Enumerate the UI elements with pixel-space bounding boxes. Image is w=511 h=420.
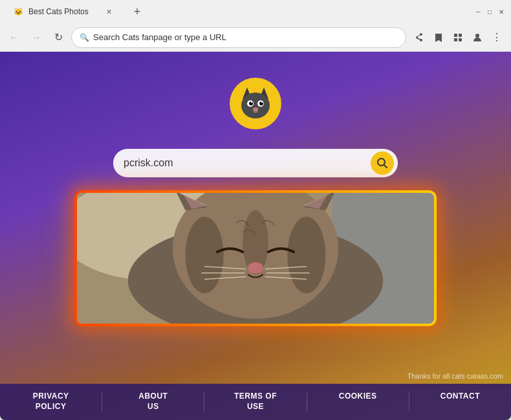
- search-area: [113, 149, 398, 177]
- nav-bar: ← → ↻ 🔍 Search Cats fanpage or type a UR…: [0, 23, 511, 52]
- window-controls: ─ □ ✕: [473, 7, 506, 16]
- search-box: [113, 149, 398, 177]
- nav-actions: ⋮: [410, 28, 506, 47]
- footer-attribution: Thanks for all cats cataas.com: [407, 372, 503, 380]
- svg-point-4: [475, 34, 479, 38]
- reload-button[interactable]: ↻: [49, 28, 67, 47]
- svg-point-23: [186, 217, 224, 293]
- minimize-button[interactable]: ─: [473, 7, 483, 16]
- page-content: CAT: [0, 52, 511, 420]
- svg-point-11: [249, 102, 253, 105]
- svg-point-14: [261, 102, 263, 103]
- tab-close-button[interactable]: ✕: [103, 6, 114, 17]
- svg-rect-0: [454, 34, 457, 37]
- svg-point-8: [241, 93, 270, 118]
- svg-point-15: [253, 107, 258, 111]
- svg-point-24: [287, 217, 325, 293]
- tab-title: Best Cats Photos: [28, 7, 98, 16]
- svg-point-12: [259, 102, 263, 105]
- browser-window: 🐱 Best Cats Photos ✕ + ─ □ ✕ ← → ↻ 🔍 Sea…: [0, 0, 511, 420]
- page-background: CAT: [0, 52, 511, 420]
- tab-favicon: 🐱: [13, 6, 23, 17]
- search-icon: 🔍: [80, 33, 89, 42]
- logo-area: [230, 78, 281, 129]
- cat-logo-svg: [233, 81, 278, 126]
- profile-button[interactable]: [468, 28, 486, 47]
- svg-rect-1: [459, 34, 462, 37]
- forward-button[interactable]: →: [27, 28, 45, 47]
- cat-image-area: [74, 190, 437, 326]
- svg-point-30: [248, 262, 263, 274]
- close-button[interactable]: ✕: [497, 7, 506, 16]
- search-icon: [376, 157, 388, 169]
- share-button[interactable]: [410, 28, 428, 47]
- bookmark-button[interactable]: [429, 28, 448, 47]
- browser-tab[interactable]: 🐱 Best Cats Photos ✕: [5, 2, 122, 21]
- title-bar: 🐱 Best Cats Photos ✕ + ─ □ ✕: [0, 0, 511, 23]
- address-text: Search Cats fanpage or type a URL: [93, 32, 398, 42]
- footer-links: PRIVACYPOLICY ABOUTUS TERMS OFUSE COOKIE…: [0, 386, 511, 417]
- maximize-button[interactable]: □: [485, 7, 494, 16]
- footer-link-terms-of-use[interactable]: TERMS OFUSE: [204, 386, 306, 417]
- footer-link-cookies[interactable]: COOKIES: [307, 386, 409, 407]
- cat-image-frame: [74, 190, 437, 326]
- svg-point-13: [251, 102, 252, 103]
- svg-rect-3: [459, 38, 462, 41]
- cat-photo-svg: [77, 193, 434, 324]
- search-button[interactable]: [371, 151, 394, 175]
- svg-rect-2: [454, 38, 457, 41]
- footer-link-about-us[interactable]: ABOUTUS: [102, 386, 204, 417]
- menu-button[interactable]: ⋮: [488, 28, 506, 47]
- extensions-button[interactable]: [449, 28, 467, 47]
- address-bar[interactable]: 🔍 Search Cats fanpage or type a URL: [71, 27, 406, 48]
- back-button[interactable]: ←: [5, 28, 23, 47]
- footer-link-contact[interactable]: CONTACT: [409, 386, 511, 407]
- footer: Thanks for all cats cataas.com PRIVACYPO…: [0, 384, 511, 420]
- new-tab-button[interactable]: +: [128, 3, 146, 21]
- search-input[interactable]: [124, 157, 371, 169]
- footer-link-privacy-policy[interactable]: PRIVACYPOLICY: [0, 386, 102, 417]
- svg-line-17: [384, 165, 387, 168]
- cat-logo: [230, 78, 281, 129]
